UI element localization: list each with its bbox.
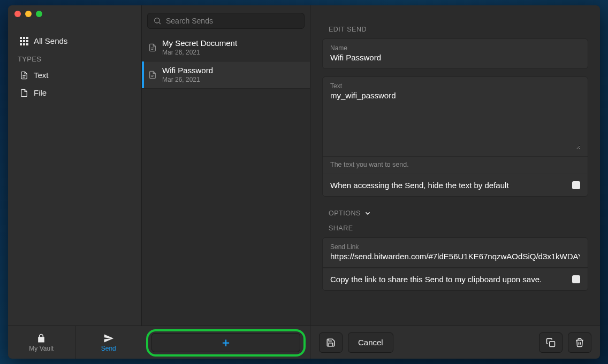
app-window: All Sends TYPES Text File bbox=[8, 5, 600, 359]
send-item-date: Mar 26, 2021 bbox=[162, 49, 237, 57]
sidebar-item-label: All Sends bbox=[34, 36, 67, 45]
search-icon bbox=[153, 17, 162, 25]
options-label: OPTIONS bbox=[329, 210, 361, 217]
chevron-down-icon bbox=[364, 210, 371, 217]
plus-icon: ＋ bbox=[220, 335, 232, 351]
save-button[interactable] bbox=[319, 332, 343, 353]
text-file-icon bbox=[148, 43, 157, 52]
text-field-card: Text my_wifi_password The text you want … bbox=[322, 76, 588, 197]
detail-pane: EDIT SEND Name Text my_wifi_password The… bbox=[310, 5, 600, 326]
name-input[interactable] bbox=[330, 53, 580, 62]
search-input[interactable] bbox=[166, 17, 299, 25]
text-file-icon bbox=[148, 71, 157, 79]
text-field[interactable]: Text my_wifi_password bbox=[323, 77, 588, 157]
options-toggle[interactable]: OPTIONS bbox=[329, 210, 588, 217]
sidebar: All Sends TYPES Text File bbox=[8, 5, 142, 326]
send-list-column: My Secret Document Mar 26, 2021 Wifi Pas… bbox=[142, 5, 310, 326]
window-controls bbox=[14, 11, 42, 17]
minimize-window-icon[interactable] bbox=[25, 11, 32, 17]
svg-point-2 bbox=[155, 18, 159, 23]
name-field-card: Name bbox=[322, 38, 588, 69]
save-icon bbox=[326, 338, 336, 347]
svg-rect-8 bbox=[550, 341, 555, 346]
sidebar-item-label: Text bbox=[34, 71, 49, 80]
send-item-title: Wifi Password bbox=[162, 66, 213, 76]
send-list-item[interactable]: My Secret Document Mar 26, 2021 bbox=[142, 34, 310, 61]
copy-on-save-checkbox[interactable] bbox=[572, 275, 580, 283]
share-link-value[interactable]: https://send.bitwarden.com/#7ldE56U1KE67… bbox=[330, 252, 580, 261]
close-window-icon[interactable] bbox=[14, 11, 21, 17]
field-label: Send Link bbox=[330, 243, 580, 251]
hide-text-checkbox-row[interactable]: When accessing the Send, hide the text b… bbox=[323, 174, 588, 196]
footer-add-area: ＋ bbox=[142, 326, 310, 359]
send-icon bbox=[103, 333, 114, 344]
nav-my-vault[interactable]: My Vault bbox=[8, 326, 75, 359]
text-input[interactable]: my_wifi_password bbox=[330, 91, 580, 150]
nav-send[interactable]: Send bbox=[75, 326, 142, 359]
copy-on-save-row[interactable]: Copy the link to share this Send to my c… bbox=[323, 268, 588, 290]
trash-icon bbox=[575, 338, 584, 347]
hide-text-checkbox[interactable] bbox=[572, 181, 580, 189]
sidebar-item-all-sends[interactable]: All Sends bbox=[8, 32, 141, 50]
send-list-item[interactable]: Wifi Password Mar 26, 2021 bbox=[142, 61, 310, 89]
name-field[interactable]: Name bbox=[323, 39, 588, 68]
send-item-date: Mar 26, 2021 bbox=[162, 76, 213, 84]
copy-link-button[interactable] bbox=[539, 332, 563, 353]
sidebar-item-type-text[interactable]: Text bbox=[8, 66, 141, 84]
svg-line-3 bbox=[159, 22, 161, 24]
sidebar-section-types: TYPES bbox=[8, 50, 141, 66]
share-card: Send Link https://send.bitwarden.com/#7l… bbox=[322, 237, 588, 291]
field-label: Name bbox=[330, 44, 580, 52]
file-icon bbox=[20, 89, 28, 97]
footer-actions: Cancel bbox=[310, 332, 600, 353]
footer-nav: My Vault Send bbox=[8, 326, 142, 359]
copy-icon bbox=[546, 338, 556, 347]
nav-label: Send bbox=[101, 345, 116, 352]
grid-icon bbox=[20, 37, 28, 45]
checkbox-label: When accessing the Send, hide the text b… bbox=[330, 181, 509, 190]
zoom-window-icon[interactable] bbox=[36, 11, 42, 17]
sidebar-item-label: File bbox=[34, 88, 47, 97]
lock-icon bbox=[36, 333, 47, 344]
add-send-button[interactable]: ＋ bbox=[151, 333, 300, 352]
button-label: Cancel bbox=[358, 338, 383, 347]
checkbox-label: Copy the link to share this Send to my c… bbox=[330, 275, 542, 284]
edit-send-heading: EDIT SEND bbox=[329, 26, 588, 33]
text-helper: The text you want to send. bbox=[323, 157, 588, 174]
footer: My Vault Send ＋ bbox=[8, 326, 600, 359]
field-label: Text bbox=[330, 82, 580, 90]
nav-label: My Vault bbox=[29, 345, 54, 352]
text-file-icon bbox=[20, 71, 28, 80]
cancel-button[interactable]: Cancel bbox=[348, 332, 393, 353]
share-heading: SHARE bbox=[329, 224, 588, 232]
send-item-title: My Secret Document bbox=[162, 38, 237, 49]
delete-button[interactable] bbox=[568, 332, 591, 353]
search-bar[interactable] bbox=[147, 13, 305, 29]
share-link-field: Send Link https://send.bitwarden.com/#7l… bbox=[323, 238, 588, 268]
sidebar-item-type-file[interactable]: File bbox=[8, 84, 141, 102]
